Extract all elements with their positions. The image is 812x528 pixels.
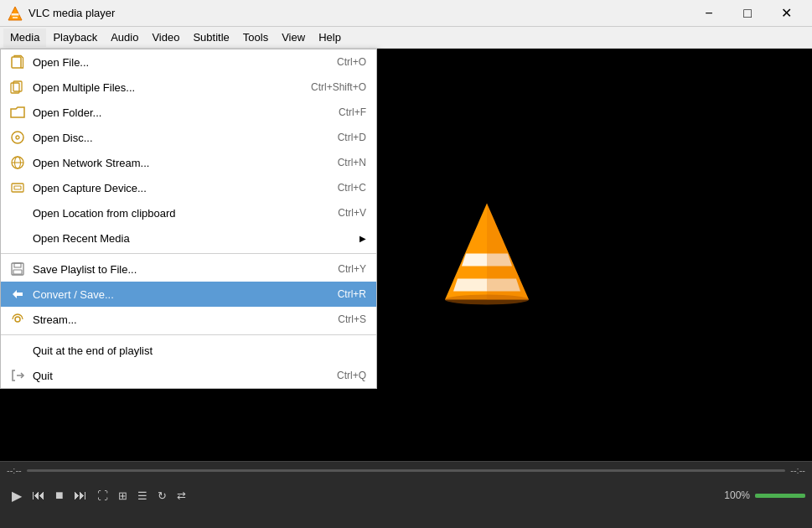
volume-bar[interactable] — [755, 494, 805, 498]
open-file-icon — [8, 54, 28, 70]
menu-tools[interactable]: Tools — [236, 28, 275, 47]
playback-controls-row: ▶ ⏮ ■ ⏭ ⛶ ⊞ ☰ ↻ ⇄ 100% — [0, 479, 812, 512]
save-playlist-label: Save Playlist to File... — [33, 263, 321, 276]
step-forward-button[interactable]: ⏭ — [69, 484, 92, 506]
convert-save-shortcut: Ctrl+R — [338, 288, 366, 300]
open-network-label: Open Network Stream... — [33, 157, 321, 169]
stop-button[interactable]: ■ — [50, 484, 69, 506]
stream-icon — [8, 311, 28, 328]
menu-bar: Media Playback Audio Video Subtitle Tool… — [0, 27, 812, 49]
convert-save-label: Convert / Save... — [33, 288, 321, 301]
open-capture-icon — [8, 179, 28, 196]
svg-marker-6 — [487, 204, 529, 300]
vlc-cone — [437, 199, 537, 311]
app-icon — [7, 5, 23, 22]
open-recent-icon — [8, 230, 28, 246]
quit-end-playlist-item[interactable]: Quit at the end of playlist — [1, 338, 376, 363]
random-button[interactable]: ⇄ — [172, 486, 191, 505]
menu-playback[interactable]: Playback — [46, 28, 104, 47]
open-multiple-shortcut: Ctrl+Shift+O — [311, 81, 366, 93]
svg-rect-19 — [14, 263, 21, 267]
svg-point-12 — [16, 136, 19, 139]
menu-video[interactable]: Video — [145, 28, 186, 47]
svg-point-7 — [445, 295, 529, 305]
open-multiple-label: Open Multiple Files... — [33, 81, 294, 94]
maximize-button[interactable]: □ — [728, 0, 767, 27]
step-back-button[interactable]: ⏮ — [27, 484, 50, 506]
volume-fill — [755, 494, 805, 498]
open-file-label: Open File... — [33, 56, 320, 69]
open-network-shortcut: Ctrl+N — [338, 157, 366, 168]
stream-item[interactable]: Stream... Ctrl+S — [1, 307, 376, 332]
stream-shortcut: Ctrl+S — [338, 313, 366, 325]
menu-help[interactable]: Help — [312, 28, 348, 47]
open-file-shortcut: Ctrl+O — [337, 56, 366, 68]
convert-save-icon — [8, 286, 28, 303]
svg-rect-8 — [12, 57, 21, 68]
svg-rect-20 — [13, 270, 22, 274]
extended-settings-button[interactable]: ⊞ — [113, 486, 132, 505]
open-location-icon — [8, 204, 28, 221]
separator-1 — [1, 253, 376, 254]
title-bar: VLC media player − □ ✕ — [0, 0, 812, 27]
open-location-label: Open Location from clipboard — [33, 207, 321, 220]
open-multiple-item[interactable]: Open Multiple Files... Ctrl+Shift+O — [1, 75, 376, 100]
time-remaining: --:-- — [790, 465, 805, 475]
save-playlist-icon — [8, 261, 28, 277]
open-folder-item[interactable]: Open Folder... Ctrl+F — [1, 100, 376, 125]
player-controls: --:-- --:-- ▶ ⏮ ■ ⏭ ⛶ ⊞ ☰ ↻ ⇄ 100% — [0, 461, 812, 528]
open-folder-label: Open Folder... — [33, 106, 322, 119]
open-network-icon — [8, 154, 28, 171]
seek-track[interactable] — [27, 469, 786, 472]
close-button[interactable]: ✕ — [767, 0, 805, 27]
menu-view[interactable]: View — [275, 28, 312, 47]
open-capture-shortcut: Ctrl+C — [338, 182, 366, 194]
playlist-button[interactable]: ☰ — [132, 486, 153, 505]
volume-control: 100% — [724, 489, 805, 501]
quit-label: Quit — [33, 370, 320, 382]
window-title: VLC media player — [28, 7, 690, 19]
separator-2 — [1, 334, 376, 335]
seek-bar: --:-- --:-- — [0, 462, 812, 479]
open-folder-icon — [8, 104, 28, 121]
loop-button[interactable]: ↻ — [153, 486, 172, 505]
save-playlist-shortcut: Ctrl+Y — [338, 263, 366, 275]
fullscreen-button[interactable]: ⛶ — [92, 486, 113, 505]
open-disc-label: Open Disc... — [33, 132, 321, 144]
open-disc-shortcut: Ctrl+D — [338, 132, 366, 143]
open-network-item[interactable]: Open Network Stream... Ctrl+N — [1, 150, 376, 175]
minimize-button[interactable]: − — [690, 0, 728, 27]
save-playlist-item[interactable]: Save Playlist to File... Ctrl+Y — [1, 256, 376, 282]
open-location-item[interactable]: Open Location from clipboard Ctrl+V — [1, 200, 376, 225]
time-elapsed: --:-- — [7, 465, 22, 475]
play-button[interactable]: ▶ — [7, 484, 27, 507]
menu-media[interactable]: Media — [3, 28, 46, 47]
menu-subtitle[interactable]: Subtitle — [186, 28, 235, 47]
volume-label: 100% — [724, 489, 750, 501]
svg-point-21 — [15, 317, 20, 322]
svg-point-11 — [12, 132, 23, 143]
open-capture-item[interactable]: Open Capture Device... Ctrl+C — [1, 175, 376, 200]
convert-save-item[interactable]: Convert / Save... Ctrl+R — [1, 282, 376, 307]
svg-rect-2 — [13, 17, 18, 18]
open-location-shortcut: Ctrl+V — [338, 207, 366, 219]
open-multiple-icon — [8, 79, 28, 96]
quit-end-icon — [8, 342, 28, 359]
open-recent-item[interactable]: Open Recent Media ▶ — [1, 225, 376, 251]
menu-audio[interactable]: Audio — [104, 28, 145, 47]
open-disc-icon — [8, 129, 28, 146]
open-recent-arrow: ▶ — [359, 234, 366, 243]
window-controls: − □ ✕ — [690, 0, 805, 27]
open-disc-item[interactable]: Open Disc... Ctrl+D — [1, 125, 376, 150]
svg-rect-16 — [12, 184, 23, 192]
svg-rect-17 — [14, 186, 21, 189]
svg-rect-1 — [12, 13, 19, 16]
quit-item[interactable]: Quit Ctrl+Q — [1, 363, 376, 388]
media-dropdown: Open File... Ctrl+O Open Multiple Files.… — [0, 49, 377, 389]
quit-icon — [8, 367, 28, 384]
open-folder-shortcut: Ctrl+F — [339, 106, 366, 118]
stream-label: Stream... — [33, 313, 321, 326]
open-recent-label: Open Recent Media — [33, 232, 353, 245]
open-file-item[interactable]: Open File... Ctrl+O — [1, 49, 376, 75]
quit-end-label: Quit at the end of playlist — [33, 344, 366, 357]
